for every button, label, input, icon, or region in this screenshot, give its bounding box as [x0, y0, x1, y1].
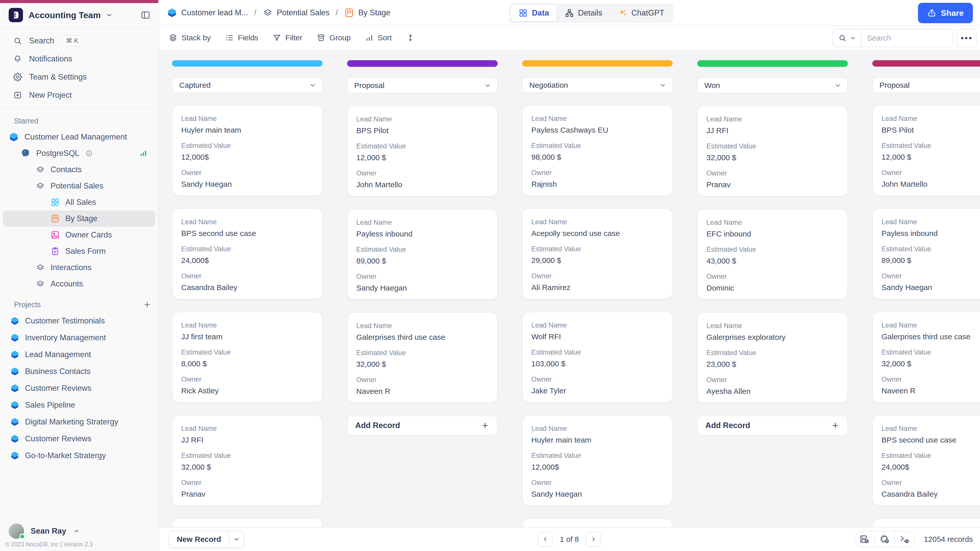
- sidebar-item-accounts[interactable]: Accounts: [3, 276, 155, 292]
- stack-select[interactable]: Proposal: [347, 78, 498, 94]
- sidebar-item-postgresql[interactable]: PostgreSQL: [3, 145, 155, 162]
- sidebar-collapse-icon[interactable]: [140, 10, 151, 20]
- toolbar-stack-by-button[interactable]: Stack by: [169, 33, 211, 42]
- bottom-right-cluster: 12054 records: [854, 531, 973, 548]
- field-value: Pranav: [181, 490, 313, 499]
- sidebar-item-all-sales[interactable]: All Sales: [3, 194, 155, 210]
- toolbar-sort-button[interactable]: Sort: [365, 33, 392, 42]
- add-record-button[interactable]: Add Record: [697, 416, 848, 435]
- field-value: Galerprises third use case: [881, 332, 980, 341]
- record-card[interactable]: Lead NameBPS second use caseEstimated Va…: [872, 415, 980, 506]
- project-item-customer-reviews[interactable]: Customer Reviews: [0, 380, 158, 397]
- tab-data[interactable]: Data: [511, 5, 557, 21]
- nocodb-app: Accounting Team Search⌘ KNotificationsTe…: [0, 0, 980, 551]
- search-scope-toggle[interactable]: [833, 29, 861, 47]
- breadcrumb-item-1[interactable]: Potential Sales: [262, 8, 330, 18]
- sidebar-item-owner-cards[interactable]: Owner Cards: [3, 227, 155, 243]
- data-source-history-button[interactable]: [854, 531, 874, 547]
- tab-details[interactable]: Details: [557, 5, 610, 21]
- search-input[interactable]: [861, 34, 935, 42]
- sidebar-item-interactions[interactable]: Interactions: [3, 259, 155, 276]
- record-card[interactable]: Lead NameAcepolly second use caseEstimat…: [522, 208, 673, 299]
- user-menu[interactable]: Sean Ray: [9, 524, 80, 539]
- toolbar-label: Group: [329, 33, 351, 42]
- breadcrumb-label: Customer lead M...: [181, 8, 248, 17]
- prev-page-button[interactable]: [538, 532, 552, 547]
- card-field: Estimated Value103,000 $: [531, 348, 663, 368]
- sidebar-item-team-settings[interactable]: Team & Settings: [0, 68, 158, 86]
- card-field: Lead NameHuyler main team: [531, 425, 663, 445]
- project-item-customer-reviews[interactable]: Customer Reviews: [0, 430, 158, 447]
- new-record-dropdown[interactable]: [229, 531, 244, 548]
- project-item-inventory-management[interactable]: Inventory Management: [0, 329, 158, 346]
- stack-select[interactable]: Negotiation: [522, 77, 673, 93]
- record-card[interactable]: Lead NameEFC inboundEstimated Value43,00…: [697, 209, 848, 300]
- record-card[interactable]: Lead NamePayless Cashways EUEstimated Va…: [522, 105, 673, 196]
- record-card[interactable]: Lead NameGalerprises third use caseEstim…: [872, 312, 980, 403]
- field-value: Galerprises third use case: [356, 333, 488, 341]
- toolbar-group-button[interactable]: Group: [317, 33, 351, 42]
- share-label: Share: [941, 8, 964, 18]
- toolbar-filter-button[interactable]: Filter: [272, 33, 302, 42]
- script-history-button[interactable]: [894, 531, 914, 547]
- record-card[interactable]: Lead NameJJ RFIEstimated Value32,000 $Ow…: [172, 415, 323, 506]
- project-item-business-contacts[interactable]: Business Contacts: [0, 363, 158, 380]
- sidebar-item-notifications[interactable]: Notifications: [0, 50, 158, 68]
- kanban-column-2: NegotiationLead NamePayless Cashways EUE…: [522, 60, 673, 527]
- card-field: Lead NamePayless inbound: [881, 218, 980, 238]
- sidebar-item-contacts[interactable]: Contacts: [3, 162, 155, 178]
- sidebar-item-search[interactable]: Search⌘ K: [0, 32, 158, 50]
- record-card[interactable]: Lead NameJJ first teamEstimated Value8,0…: [172, 312, 323, 403]
- new-record-button[interactable]: New Record: [169, 530, 245, 548]
- record-card-partial[interactable]: [872, 518, 980, 527]
- project-label: Digital Marketing Stratergy: [25, 417, 118, 427]
- field-label: Lead Name: [531, 425, 663, 433]
- automation-history-button[interactable]: [874, 531, 894, 547]
- chip-clock-icon: [880, 534, 890, 545]
- toolbar-fields-button[interactable]: Fields: [225, 33, 258, 42]
- record-card[interactable]: Lead NamePayless inboundEstimated Value8…: [347, 209, 498, 300]
- next-page-button[interactable]: [586, 532, 601, 547]
- breadcrumb-item-0[interactable]: Customer lead M...: [167, 8, 248, 18]
- record-card[interactable]: Lead NameBPS PilotEstimated Value12,000 …: [872, 105, 980, 196]
- chevron-down-icon[interactable]: [105, 11, 113, 19]
- row-height-icon[interactable]: [406, 33, 415, 42]
- record-card[interactable]: Lead NameHuyler main teamEstimated Value…: [172, 105, 323, 196]
- sidebar-item-customer-lead-management[interactable]: Customer Lead Management: [3, 129, 155, 145]
- add-record-button[interactable]: Add Record: [347, 416, 498, 435]
- sidebar-item-new-project[interactable]: New Project: [0, 86, 158, 104]
- record-card[interactable]: Lead NameWolf RFIEstimated Value103,000 …: [522, 312, 673, 403]
- project-item-customer-testimonials[interactable]: Customer Testimonials: [0, 313, 158, 329]
- stack-select[interactable]: Proposal: [872, 77, 980, 93]
- breadcrumb-item-2[interactable]: By Stage: [344, 8, 390, 18]
- project-item-sales-pipeline[interactable]: Sales Pipeline: [0, 397, 158, 413]
- stack-name: Proposal: [354, 81, 384, 90]
- project-item-digital-marketing-stratergy[interactable]: Digital Marketing Stratergy: [0, 413, 158, 430]
- sidebar-item-potential-sales[interactable]: Potential Sales: [3, 178, 155, 194]
- tab-chatgpt[interactable]: ChatGPT: [611, 5, 672, 21]
- share-upload-icon: [927, 8, 936, 17]
- workspace-header[interactable]: Accounting Team: [0, 3, 158, 27]
- share-button[interactable]: Share: [918, 3, 973, 23]
- record-card-partial[interactable]: [522, 518, 673, 527]
- project-item-lead-management[interactable]: Lead Management: [0, 346, 158, 363]
- sidebar-item-by-stage[interactable]: By Stage: [3, 210, 155, 227]
- record-card[interactable]: Lead NameBPS PilotEstimated Value12,000 …: [347, 106, 498, 197]
- record-card[interactable]: Lead NameGalerprises exploratoryEstimate…: [697, 312, 848, 403]
- record-card[interactable]: Lead NameGalerprises third use caseEstim…: [347, 312, 498, 403]
- record-card[interactable]: Lead NameJJ RFIEstimated Value32,000 $Ow…: [697, 106, 848, 197]
- record-card-partial[interactable]: [172, 518, 323, 527]
- record-card[interactable]: Lead NameHuyler main teamEstimated Value…: [522, 415, 673, 506]
- more-options-button[interactable]: •••: [956, 29, 977, 47]
- sidebar-item-sales-form[interactable]: Sales Form: [3, 243, 155, 259]
- stack-select[interactable]: Won: [697, 78, 848, 94]
- add-project-icon[interactable]: [143, 300, 151, 309]
- field-label: Lead Name: [181, 218, 313, 226]
- record-card[interactable]: Lead NameBPS second use caseEstimated Va…: [172, 208, 323, 299]
- project-item-go-to-market-stratergy[interactable]: Go-to-Market Stratergy: [0, 447, 158, 464]
- record-card[interactable]: Lead NamePayless inboundEstimated Value8…: [872, 208, 980, 299]
- breadcrumb: Customer lead M.../Potential Sales/By St…: [167, 8, 390, 18]
- chevron-down-icon: [834, 82, 842, 89]
- stack-select[interactable]: Captured: [172, 77, 323, 93]
- field-label: Lead Name: [881, 425, 980, 433]
